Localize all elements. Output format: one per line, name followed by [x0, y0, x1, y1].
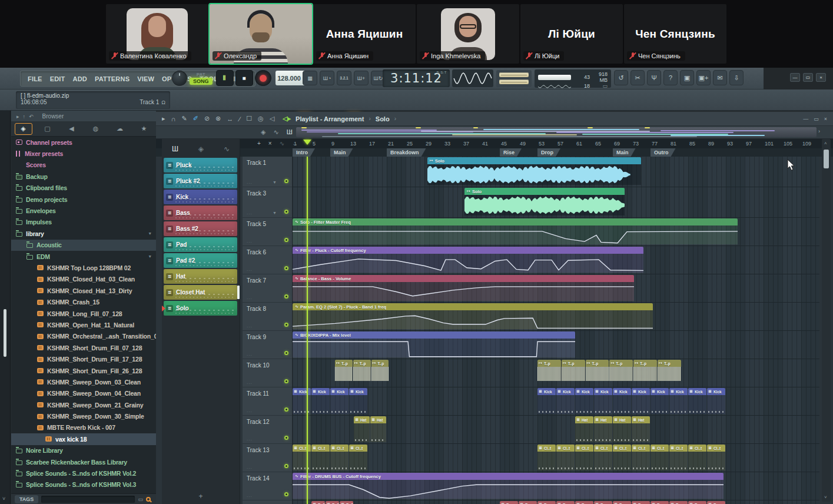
audio-clip[interactable]: ↦Solo — [464, 188, 625, 217]
playlist-maximize-button[interactable]: ▭ — [814, 116, 819, 122]
loop-clip[interactable]: ↦T..p — [537, 360, 561, 382]
typing-keyboard-button[interactable]: ▦ — [303, 71, 317, 85]
browser-item[interactable]: Channel presets — [11, 137, 156, 148]
pattern-clip[interactable]: ≣Bass — [519, 501, 537, 504]
menu-item-edit[interactable]: EDIT — [50, 75, 65, 82]
track-name-row[interactable]: Track 7... — [243, 274, 292, 303]
pattern-item[interactable]: ≣Closet Hat — [164, 285, 237, 300]
pattern-item[interactable]: ≣Pad #2 — [164, 253, 237, 268]
browser-item[interactable]: KSHMR_Long_Fill_07_128 — [11, 308, 156, 319]
browser-item[interactable]: vax kick 18 — [11, 433, 156, 445]
section-marker[interactable]: Drop — [537, 148, 560, 157]
track-options[interactable]: ... — [247, 436, 253, 442]
pattern-clip[interactable]: ≣Kick — [311, 388, 330, 415]
pattern-item[interactable]: ≣Pluck — [164, 158, 237, 173]
track-lane[interactable]: ∿Param. EQ 2 (Slot 7) - Pluck - Band 1 f… — [293, 303, 819, 331]
track-name-row[interactable]: Track 11... — [243, 387, 292, 416]
track-mute-led[interactable] — [284, 436, 288, 440]
track-name-row[interactable]: Track 6... — [243, 246, 292, 274]
collapse-icon[interactable]: ▸ — [16, 114, 19, 120]
participant-tile[interactable]: Чен СянцзиньЧен Сянцзинь — [624, 4, 726, 64]
browser-item[interactable]: Clipboard files — [11, 183, 156, 194]
playback-tool[interactable]: ◁ — [270, 115, 274, 122]
browser-item[interactable]: EDM▼ — [11, 251, 156, 262]
loop-clip[interactable]: ↦T..p — [335, 360, 353, 382]
slice-tool[interactable]: ∕ — [239, 115, 240, 122]
pattern-clip[interactable]: ≣Cl..t — [330, 445, 349, 472]
track-collapse-icon[interactable]: ▼ — [273, 180, 277, 184]
track-lane[interactable]: ∿BIGKIXDIPPA - Mix level — [293, 331, 819, 359]
participant-tile[interactable]: Inga Khmelevska — [417, 4, 519, 64]
track-name-row[interactable]: Track 9... — [243, 331, 292, 359]
section-marker[interactable]: Breakdown — [387, 148, 426, 157]
pattern-item[interactable]: ≣Solo — [164, 301, 237, 316]
metronome-button[interactable]: Ш◔ — [320, 71, 334, 85]
arrangement-overview[interactable] — [296, 127, 817, 137]
pattern-clip[interactable]: ≣Cl..t — [556, 445, 575, 472]
pattern-clip[interactable]: ≣Kick — [688, 388, 706, 415]
master-pitch-slider[interactable] — [499, 79, 529, 84]
track-mute-led[interactable] — [284, 351, 288, 355]
pattern-clip[interactable]: ≣Bass — [669, 501, 688, 504]
playlist-crumb[interactable]: Solo — [376, 115, 390, 122]
browser-item[interactable]: Mixer presets — [11, 148, 156, 159]
pattern-clip[interactable]: ≣Cl..t — [613, 445, 631, 472]
browser-item[interactable]: KSHMR_Sweep_Down_21_Grainy — [11, 399, 156, 410]
slip-tool[interactable]: ↔ — [227, 115, 233, 122]
pattern-item[interactable]: ≣Hat — [164, 269, 237, 284]
audio-clip[interactable]: ↦Solo — [427, 157, 641, 186]
loop-clip[interactable]: ↦T..p — [658, 360, 681, 382]
track-name-row[interactable]: Track 10... — [243, 359, 292, 387]
pattern-clip[interactable]: ≣Cl..t — [311, 445, 330, 472]
song-label[interactable]: SONG — [190, 78, 213, 85]
save-new-button[interactable]: ▣+ — [696, 70, 711, 85]
count-in-button[interactable]: 3.2.1 — [337, 71, 351, 85]
menu-item-file[interactable]: FILE — [28, 75, 42, 82]
audio-display-toggle[interactable]: ◈ — [261, 128, 266, 136]
pattern-item[interactable]: ≣Bass — [164, 205, 237, 220]
pat-label[interactable]: PAT — [197, 72, 205, 77]
browser-item[interactable]: library▼ — [11, 228, 156, 239]
search-input[interactable] — [41, 496, 135, 503]
participant-tile[interactable]: Лі ЮйциЛі Юйци — [520, 4, 623, 64]
browser-item[interactable]: Impulses — [11, 217, 156, 228]
stop-button[interactable]: ■ — [235, 70, 253, 86]
pattern-clip[interactable]: ≣Cl..t — [688, 445, 706, 472]
playlist-vscrollbar-thumb[interactable] — [824, 150, 829, 168]
track-lane[interactable]: ↦T..p↦T..p↦T..p↦T..p↦T..p↦T..p↦T..p↦T..p… — [293, 359, 819, 387]
browser-item[interactable]: Acoustic — [11, 240, 156, 251]
pattern-clip[interactable]: ≣Cl..t — [293, 445, 311, 472]
automation-display-toggle[interactable]: ∿ — [273, 128, 278, 136]
automation-clip[interactable]: ∿BIGKIXDIPPA - Mix level — [293, 331, 575, 359]
pattern-clip[interactable]: ≣Kick — [613, 388, 631, 415]
patterns-tab[interactable]: Ш — [172, 145, 178, 153]
delete-tool[interactable]: ⊘ — [204, 115, 210, 122]
pattern-clip[interactable]: ≣Cl..t — [575, 445, 593, 472]
oscilloscope[interactable] — [452, 69, 493, 87]
menu-item-add[interactable]: ADD — [73, 75, 87, 82]
track-lane[interactable]: ≣Kick≣Kick≣Kick≣Kick≣Kick≣Kick≣Kick≣Kick… — [293, 387, 819, 416]
browser-item[interactable]: KSHMR_Short_Drum_Fill_17_128 — [11, 353, 156, 364]
picker-add-button[interactable]: + — [198, 492, 203, 500]
track-mute-led[interactable] — [284, 210, 288, 214]
scroll-down-icon[interactable]: ˅ — [824, 495, 827, 500]
record-button[interactable] — [255, 70, 271, 86]
loop-clip[interactable]: ↦T..p — [609, 360, 633, 382]
pattern-clip[interactable]: ≣Cl..t — [594, 445, 612, 472]
pattern-clip[interactable]: ≣Bass — [688, 501, 706, 504]
loop-clip[interactable]: ↦T..p — [586, 360, 609, 382]
track-lane[interactable]: ≣Cl..t≣Cl..t≣Cl..t≣Cl..t≣Cl..t≣Cl..t≣Cl.… — [293, 444, 819, 472]
favorites-tab[interactable]: ★ — [135, 123, 153, 135]
track-collapse-icon[interactable]: ▼ — [273, 211, 277, 215]
play-pause-button[interactable]: Ⅱ — [216, 70, 234, 86]
browser-item[interactable]: KSHMR_Orchestral_..ash_Transition_02 — [11, 331, 156, 342]
participant-tile[interactable]: Олександр — [210, 4, 312, 64]
add-track-button[interactable]: + — [257, 140, 261, 147]
draw-tool[interactable]: ✎ — [181, 115, 187, 122]
pattern-clip[interactable]: ≣Kick — [669, 388, 688, 415]
pattern-clip[interactable]: ≣Cl..t — [632, 445, 650, 472]
save-button[interactable]: ▣ — [680, 70, 694, 85]
master-volume-slider[interactable] — [499, 72, 529, 77]
track-options[interactable]: ... — [247, 380, 253, 385]
wait-input-button[interactable]: Ш+ — [354, 71, 369, 85]
